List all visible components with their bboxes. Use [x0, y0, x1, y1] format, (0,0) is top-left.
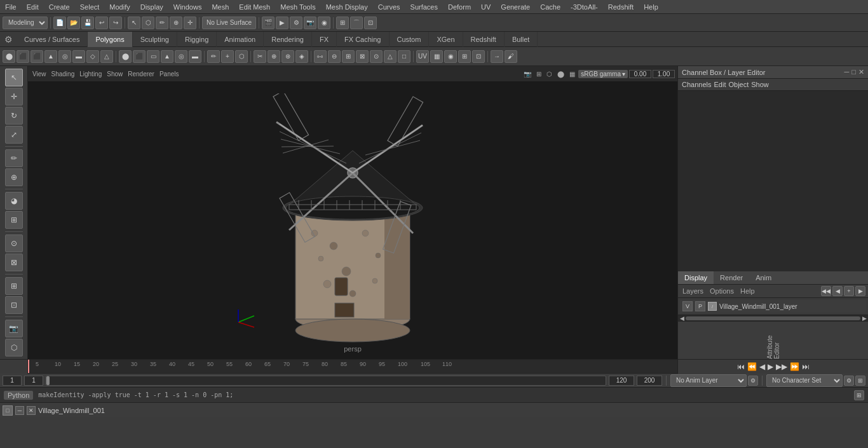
transform-btn[interactable]: ⊠ — [5, 254, 23, 271]
menu-cache[interactable]: Cache — [535, 2, 566, 12]
cb-menu-channels[interactable]: Channels — [682, 81, 711, 88]
mirror-icon[interactable]: ⧟ — [314, 50, 327, 63]
window-close-icon[interactable]: ✕ — [27, 406, 36, 415]
menu-meshtools[interactable]: Mesh Tools — [275, 2, 320, 12]
sculpt-cyl-icon[interactable]: ▭ — [147, 50, 159, 63]
cb-menu-edit[interactable]: Edit — [714, 81, 726, 88]
window-min-icon[interactable]: ─ — [15, 406, 24, 415]
auto-unwrap-icon[interactable]: ⊞ — [458, 50, 471, 63]
menu-meshdisplay[interactable]: Mesh Display — [321, 2, 373, 12]
combine-icon[interactable]: ⊞ — [342, 50, 355, 63]
target-weld-icon[interactable]: ⊛ — [281, 50, 294, 63]
current-frame-input[interactable] — [3, 376, 22, 386]
move-tool-btn[interactable]: ✛ — [5, 88, 23, 105]
extrude-icon[interactable]: ⬡ — [235, 50, 248, 63]
select-tool-icon[interactable]: ↖ — [128, 17, 140, 29]
layer-prev-icon[interactable]: ◀◀ — [821, 286, 831, 296]
tab-sculpting[interactable]: Sculpting — [133, 32, 177, 47]
layer-opt-options[interactable]: Options — [708, 287, 736, 295]
frame-slider[interactable] — [46, 376, 606, 386]
menu-deform[interactable]: Deform — [443, 2, 476, 12]
paint-tool-btn[interactable]: ✏ — [5, 149, 23, 167]
anim-layer-settings-icon[interactable]: ⚙ — [748, 376, 758, 386]
connect-icon[interactable]: ⊕ — [268, 50, 280, 63]
paint-icon[interactable]: 🖌 — [505, 50, 517, 63]
timeline-ruler[interactable]: 5 10 15 20 25 30 35 40 45 50 55 60 65 70… — [28, 360, 677, 373]
frame-slider-thumb[interactable] — [46, 376, 50, 385]
sculpt-sphere-icon[interactable]: ⬤ — [119, 50, 132, 63]
sculpt-plane-icon[interactable]: ▬ — [189, 50, 201, 63]
menu-editmesh[interactable]: Edit Mesh — [234, 2, 275, 12]
bevel-icon[interactable]: ◈ — [295, 50, 308, 63]
snap-point-icon[interactable]: ⊡ — [364, 17, 377, 29]
playback-start-btn[interactable]: ⏮ — [736, 362, 746, 371]
cone-icon[interactable]: ▲ — [44, 50, 57, 63]
sculpt-torus-icon[interactable]: ◎ — [175, 50, 187, 63]
menu-display[interactable]: Display — [135, 2, 168, 12]
multicut-icon[interactable]: ✂ — [254, 50, 266, 63]
pyramid-icon[interactable]: △ — [100, 50, 113, 63]
unfold-icon[interactable]: ⊡ — [472, 50, 485, 63]
menu-curves[interactable]: Curves — [373, 2, 405, 12]
playback-next-btn[interactable]: ⏩ — [789, 362, 801, 371]
planar-map-icon[interactable]: ▦ — [430, 50, 443, 63]
cb-menu-show[interactable]: Show — [751, 81, 769, 88]
cube-icon[interactable]: ⬛ — [17, 50, 29, 63]
tab-bullet[interactable]: Bullet — [505, 32, 538, 47]
menu-uv[interactable]: UV — [476, 2, 496, 12]
uv-editor-icon[interactable]: UV — [416, 50, 429, 63]
scroll-right-btn[interactable]: ▶ — [860, 315, 868, 322]
object-btn[interactable]: ⬡ — [5, 339, 23, 356]
menu-windows[interactable]: Windows — [168, 2, 207, 12]
plane-icon[interactable]: ▬ — [72, 50, 85, 63]
layer-playback-btn[interactable]: P — [695, 301, 705, 311]
tab-rendering[interactable]: Rendering — [264, 32, 312, 47]
layer-tab-render[interactable]: Render — [714, 271, 749, 284]
anim-layer-dropdown[interactable]: No Anim Layer — [670, 374, 747, 387]
layer-new-icon[interactable]: + — [844, 286, 854, 296]
char-set-dropdown[interactable]: No Character Set — [766, 374, 843, 387]
menu-surfaces[interactable]: Surfaces — [405, 2, 443, 12]
layer-visible-btn[interactable]: V — [682, 301, 693, 311]
python-label[interactable]: Python — [4, 391, 33, 400]
no-live-surface-btn[interactable]: No Live Surface — [202, 17, 256, 29]
cb-minimize-icon[interactable]: ─ — [844, 68, 850, 76]
tab-fxcaching[interactable]: FX Caching — [337, 32, 389, 47]
char-set-settings-icon[interactable]: ⚙ — [844, 376, 854, 386]
layer-next-icon[interactable]: ▶ — [855, 286, 865, 296]
boolean-icon[interactable]: ⊖ — [328, 50, 341, 63]
layer-opt-layers[interactable]: Layers — [681, 287, 705, 295]
menu-edit[interactable]: Edit — [22, 2, 44, 12]
cb-maximize-icon[interactable]: □ — [851, 68, 856, 76]
torus-icon[interactable]: ◎ — [58, 50, 71, 63]
cylinder-icon[interactable]: ⬛ — [31, 50, 43, 63]
open-scene-icon[interactable]: 📂 — [67, 17, 80, 29]
scroll-left-btn[interactable]: ◀ — [678, 315, 686, 322]
cylindrical-map-icon[interactable]: ◉ — [444, 50, 457, 63]
render-seq-icon[interactable]: ▶ — [276, 17, 288, 29]
range-start-input[interactable] — [609, 376, 634, 386]
tab-animation[interactable]: Animation — [217, 32, 264, 47]
tab-fx[interactable]: FX — [312, 32, 337, 47]
sphere-icon[interactable]: ⬤ — [3, 50, 15, 63]
rotate-tool-btn[interactable]: ↻ — [5, 107, 23, 125]
undo-icon[interactable]: ↩ — [95, 17, 108, 29]
menu-3dtoall[interactable]: -3DtoAll- — [566, 2, 603, 12]
render-cam-icon[interactable]: 📷 — [304, 17, 316, 29]
attribute-editor-tab[interactable]: Attribute Editor — [678, 321, 868, 359]
layer-tab-display[interactable]: Display — [678, 271, 714, 284]
soft-select-icon[interactable]: ⊕ — [170, 17, 182, 29]
paint-select-icon[interactable]: ✏ — [156, 17, 168, 29]
quadrangulate-icon[interactable]: □ — [398, 50, 410, 63]
cb-menu-object[interactable]: Object — [728, 81, 749, 88]
render-settings-icon[interactable]: ⚙ — [290, 17, 302, 29]
curve-tool-icon[interactable]: ✏ — [207, 50, 220, 63]
smooth-icon[interactable]: ⊙ — [370, 50, 383, 63]
move-tool-icon[interactable]: ✛ — [184, 17, 196, 29]
menu-select[interactable]: Select — [75, 2, 105, 12]
render-icon[interactable]: 🎬 — [262, 17, 275, 29]
cb-close-icon[interactable]: ✕ — [858, 68, 864, 76]
new-scene-icon[interactable]: 📄 — [53, 17, 66, 29]
camera-btn[interactable]: 📷 — [5, 320, 23, 337]
playback-end-btn[interactable]: ⏭ — [801, 362, 811, 371]
